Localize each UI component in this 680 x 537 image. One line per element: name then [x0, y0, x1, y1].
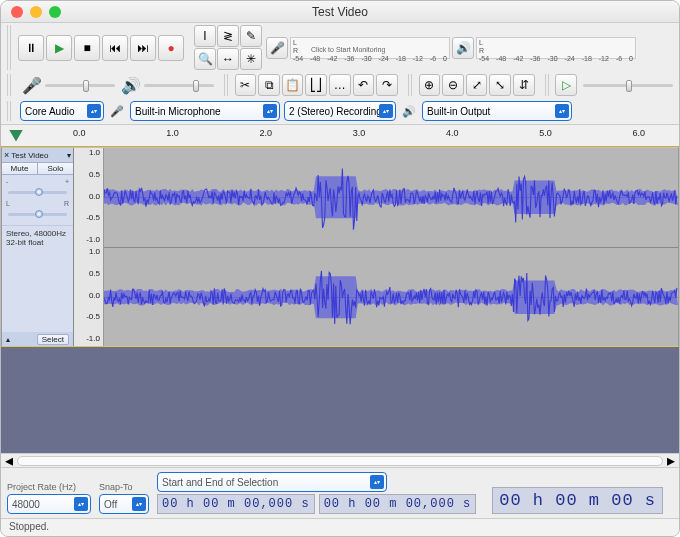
- play-speed-slider[interactable]: [583, 84, 673, 87]
- meter-l-label: L: [479, 39, 483, 47]
- track-menu-button[interactable]: ▾: [67, 151, 71, 160]
- trim-button[interactable]: ⎣⎦: [305, 74, 327, 96]
- zoom-in-button[interactable]: ⊕: [419, 74, 441, 96]
- audio-position-time[interactable]: 00 h 00 m 00 s: [492, 487, 663, 514]
- snap-label: Snap-To: [99, 482, 149, 492]
- grip[interactable]: [7, 101, 13, 121]
- record-device-select[interactable]: Built-in Microphone▴▾: [130, 101, 280, 121]
- grip[interactable]: [7, 25, 13, 70]
- empty-track-area[interactable]: [1, 347, 679, 453]
- meter-l-label: L: [293, 39, 297, 47]
- pause-button[interactable]: ⏸: [18, 35, 44, 61]
- meter-r-label: R: [293, 47, 298, 55]
- record-channels-select[interactable]: 2 (Stereo) Recording...▴▾: [284, 101, 396, 121]
- record-button[interactable]: ●: [158, 35, 184, 61]
- speaker-icon[interactable]: 🔊: [452, 37, 474, 59]
- titlebar: Test Video: [1, 1, 679, 23]
- draw-tool[interactable]: ✎: [240, 25, 262, 47]
- close-track-button[interactable]: ×: [4, 150, 9, 160]
- speaker-icon: 🔊: [400, 102, 418, 120]
- track-name[interactable]: Test Video: [11, 151, 48, 160]
- waveform-left[interactable]: [104, 148, 678, 248]
- meter-r-label: R: [479, 47, 484, 55]
- timeline[interactable]: 0.01.02.03.04.05.06.0: [1, 125, 679, 147]
- track-control-panel: ×Test Video▾ MuteSolo -+ LR Stereo, 4800…: [2, 148, 74, 346]
- record-volume-slider[interactable]: 🎤: [22, 76, 115, 95]
- play-button[interactable]: ▶: [46, 35, 72, 61]
- project-rate-label: Project Rate (Hz): [7, 482, 91, 492]
- play-region-button[interactable]: ▷: [555, 74, 577, 96]
- audio-track: ×Test Video▾ MuteSolo -+ LR Stereo, 4800…: [1, 147, 679, 347]
- start-monitor-label[interactable]: Click to Start Monitoring: [311, 46, 385, 53]
- snap-select[interactable]: Off▴▾: [99, 494, 149, 514]
- timeshift-tool[interactable]: ↔: [217, 48, 239, 70]
- grip[interactable]: [408, 74, 414, 96]
- grip[interactable]: [7, 74, 13, 96]
- zoom-out-button[interactable]: ⊖: [442, 74, 464, 96]
- waveform-right[interactable]: [104, 248, 678, 347]
- grip[interactable]: [224, 74, 230, 96]
- zoom-tool[interactable]: 🔍: [194, 48, 216, 70]
- zoom-toggle-button[interactable]: ⇵: [513, 74, 535, 96]
- stop-button[interactable]: ■: [74, 35, 100, 61]
- project-rate-select[interactable]: 48000▴▾: [7, 494, 91, 514]
- copy-button[interactable]: ⧉: [258, 74, 280, 96]
- timeline-pin[interactable]: [1, 125, 73, 146]
- window-title: Test Video: [1, 5, 679, 19]
- mic-icon[interactable]: 🎤: [266, 37, 288, 59]
- skip-start-button[interactable]: ⏮: [102, 35, 128, 61]
- skip-end-button[interactable]: ⏭: [130, 35, 156, 61]
- track-select-button[interactable]: Select: [37, 334, 69, 345]
- fit-selection-button[interactable]: ⤢: [466, 74, 488, 96]
- audio-host-select[interactable]: Core Audio▴▾: [20, 101, 104, 121]
- cut-button[interactable]: ✂: [235, 74, 257, 96]
- undo-button[interactable]: ↶: [353, 74, 375, 96]
- horizontal-scrollbar[interactable]: ◂ ▸: [1, 453, 679, 467]
- play-meter[interactable]: L R -54-48-42-36-30-24-18-12-60: [476, 37, 636, 59]
- paste-button[interactable]: 📋: [282, 74, 304, 96]
- mic-icon: 🎤: [108, 102, 126, 120]
- status-bar: Stopped.: [1, 518, 679, 536]
- solo-button[interactable]: Solo: [38, 163, 73, 174]
- pan-slider[interactable]: [8, 213, 67, 216]
- silence-button[interactable]: …: [329, 74, 351, 96]
- selection-tool[interactable]: I: [194, 25, 216, 47]
- selection-end-time[interactable]: 00 h 00 m 00,000 s: [319, 494, 477, 514]
- track-depth: 32-bit float: [6, 238, 69, 247]
- collapse-button[interactable]: ▴: [6, 335, 10, 344]
- vertical-scale[interactable]: 1.00.50.0-0.5-1.01.00.50.0-0.5-1.0: [74, 148, 104, 346]
- fit-project-button[interactable]: ⤡: [489, 74, 511, 96]
- gain-slider[interactable]: [8, 191, 67, 194]
- record-meter[interactable]: L R Click to Start Monitoring -54-48-42-…: [290, 37, 450, 59]
- playback-device-select[interactable]: Built-in Output▴▾: [422, 101, 572, 121]
- mute-button[interactable]: Mute: [2, 163, 38, 174]
- multi-tool[interactable]: ✳: [240, 48, 262, 70]
- selection-start-time[interactable]: 00 h 00 m 00,000 s: [157, 494, 315, 514]
- track-format: Stereo, 48000Hz: [6, 229, 69, 238]
- grip[interactable]: [545, 74, 551, 96]
- playback-volume-slider[interactable]: 🔊: [121, 76, 214, 95]
- redo-button[interactable]: ↷: [376, 74, 398, 96]
- selection-mode-select[interactable]: Start and End of Selection▴▾: [157, 472, 387, 492]
- envelope-tool[interactable]: ≷: [217, 25, 239, 47]
